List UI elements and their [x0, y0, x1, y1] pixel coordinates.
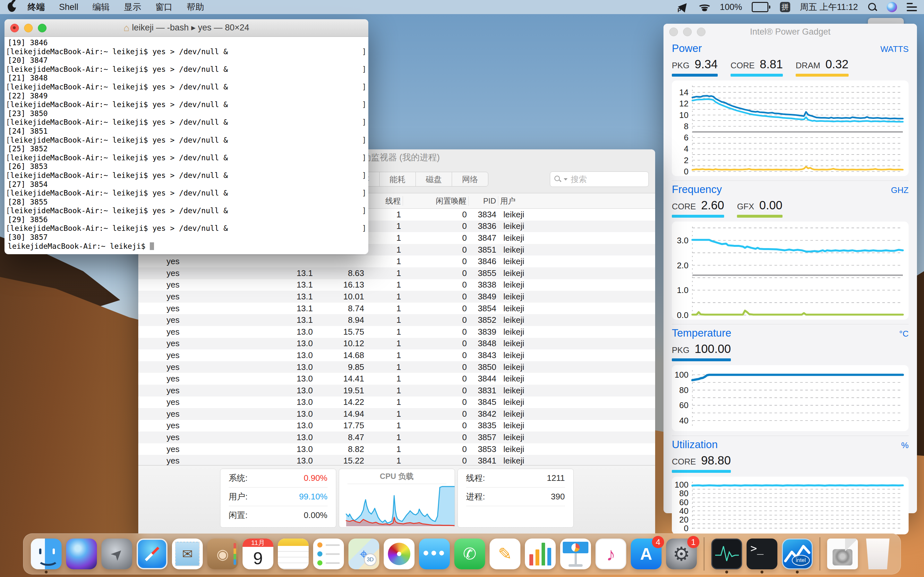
- siri-icon: [66, 538, 97, 569]
- prompt-mark: [: [6, 136, 10, 144]
- menu-item-view[interactable]: 显示: [117, 0, 148, 14]
- apple-menu-icon[interactable]: [8, 2, 16, 12]
- threads-processes-box: 线程:1211 进程:390: [457, 469, 573, 528]
- terminal-job-line: [25] 3852: [8, 145, 367, 153]
- svg-text:40: 40: [679, 506, 688, 516]
- dock-item-launchpad[interactable]: ➤: [102, 538, 132, 569]
- dock-item-appstore[interactable]: A4: [631, 538, 662, 569]
- siri-menu-icon[interactable]: [887, 2, 897, 12]
- metric-value: 2.60: [701, 199, 724, 212]
- terminal-command-line: [leikejideMacBook-Air:~ leikeji$ yes > /…: [8, 47, 367, 56]
- dock-item-messages[interactable]: ●●●: [419, 538, 450, 569]
- cell-idle-wakeups: 0: [403, 221, 469, 231]
- cell-cpu-time: 19.51: [315, 386, 366, 396]
- cell-idle-wakeups: 0: [403, 303, 469, 314]
- table-row[interactable]: yes13.019.51103831leikeji: [138, 385, 655, 396]
- cell-idle-wakeups: 0: [403, 268, 469, 278]
- dock-item-pages[interactable]: ✎: [489, 538, 520, 569]
- table-row[interactable]: yes13.18.63103855leikeji: [138, 268, 655, 279]
- table-row[interactable]: yes13.09.85103850leikeji: [138, 361, 655, 373]
- menu-clock[interactable]: 周五 上午11:12: [800, 1, 858, 13]
- table-row[interactable]: yes13.110.01103849leikeji: [138, 291, 655, 303]
- dock-item-numbers[interactable]: [525, 538, 556, 569]
- svg-text:100: 100: [675, 480, 688, 490]
- dock-item-activity-monitor[interactable]: [711, 538, 742, 569]
- terminal-job-line: [19] 3846: [8, 39, 367, 47]
- dock-item-notes[interactable]: [278, 538, 309, 569]
- table-row[interactable]: yes13.014.22103845leikeji: [138, 396, 655, 408]
- terminal-job-line: [21] 3848: [8, 74, 367, 83]
- table-row[interactable]: yes13.18.74103854leikeji: [138, 303, 655, 314]
- terminal-command-line: [leikejideMacBook-Air:~ leikeji$ yes > /…: [8, 153, 367, 163]
- table-row[interactable]: yes13.08.82103853leikeji: [138, 443, 655, 455]
- table-row[interactable]: yes13.015.75103839leikeji: [138, 326, 655, 338]
- menu-bar: 终端 Shell 编辑 显示 窗口 帮助 P 100% 拼 周五 上午11:12: [0, 0, 924, 14]
- tab-能耗[interactable]: 能耗: [380, 172, 416, 186]
- dock-item-sysprefs[interactable]: ⚙1: [666, 538, 697, 569]
- dock-item-facetime[interactable]: ✆: [454, 538, 485, 569]
- column-user[interactable]: 用户: [498, 196, 655, 206]
- table-row[interactable]: yes13.014.68103843leikeji: [138, 350, 655, 361]
- cell-user: leikeji: [498, 374, 655, 384]
- dock-item-itunes[interactable]: ♪: [596, 538, 626, 569]
- menu-item-edit[interactable]: 编辑: [86, 0, 117, 14]
- cell-idle-wakeups: 0: [403, 280, 469, 290]
- table-row[interactable]: yes13.010.12103848leikeji: [138, 338, 655, 350]
- table-row[interactable]: yes103846leikeji: [138, 255, 655, 268]
- notification-badge: 1: [687, 536, 699, 548]
- dock: ➤✉◉11月9⌖●●●✆✎♪A4⚙1>_intel: [23, 533, 901, 574]
- cell-user: leikeji: [498, 280, 655, 290]
- table-row[interactable]: yes13.014.41103844leikeji: [138, 373, 655, 385]
- table-row[interactable]: yes13.08.47103857leikeji: [138, 432, 655, 443]
- tab-网络[interactable]: 网络: [452, 172, 488, 186]
- prompt-mark: ]: [362, 83, 367, 92]
- dock-item-photos[interactable]: [384, 538, 415, 569]
- dock-item-reminders[interactable]: [313, 538, 344, 569]
- notes-icon: [278, 538, 309, 569]
- prompt-mark: [: [6, 118, 10, 126]
- utilization-chart: 020406080100: [672, 477, 909, 534]
- column-pid[interactable]: PID: [469, 196, 498, 206]
- search-field[interactable]: 搜索: [550, 171, 649, 187]
- dock-item-trash[interactable]: [863, 538, 893, 569]
- power-gadget-titlebar[interactable]: Intel® Power Gadget: [664, 24, 917, 40]
- table-row[interactable]: yes13.18.94103852leikeji: [138, 314, 655, 326]
- input-method-icon[interactable]: 拼: [780, 2, 790, 12]
- table-row[interactable]: yes13.014.94103842leikeji: [138, 408, 655, 420]
- numbers-icon: [525, 538, 556, 569]
- dock-item-maps[interactable]: ⌖: [349, 538, 379, 569]
- terminal-command-line: [leikejideMacBook-Air:~ leikeji$ yes > /…: [8, 83, 367, 92]
- table-row[interactable]: yes13.017.75103835leikeji: [138, 420, 655, 432]
- terminal-job-line: [28] 3855: [8, 198, 367, 207]
- terminal-command-line: [leikejideMacBook-Air:~ leikeji$ yes > /…: [8, 100, 367, 109]
- dock-item-contacts[interactable]: ◉: [207, 538, 238, 569]
- battery-icon[interactable]: [752, 2, 771, 12]
- cell-cpu: 13.0: [279, 409, 315, 419]
- dock-item-keynote[interactable]: [560, 538, 591, 569]
- dock-item-siri[interactable]: [66, 538, 97, 569]
- terminal-content[interactable]: [19] 3846[leikejideMacBook-Air:~ leikeji…: [5, 37, 368, 251]
- column-threads[interactable]: 线程: [366, 196, 403, 206]
- dock-item-terminal[interactable]: >_: [746, 538, 777, 569]
- dock-item-mail[interactable]: ✉: [172, 538, 203, 569]
- dock-item-power-gadget[interactable]: intel: [782, 538, 813, 569]
- terminal-titlebar[interactable]: ⌂leikeji — -bash ▸ yes — 80×24: [5, 19, 368, 37]
- menu-item-window[interactable]: 窗口: [148, 0, 180, 14]
- table-row[interactable]: yes13.116.13103838leikeji: [138, 279, 655, 291]
- dock-item-finder[interactable]: [31, 538, 61, 569]
- dock-separator: [819, 537, 821, 571]
- spotlight-search-icon[interactable]: [867, 2, 877, 12]
- wifi-icon[interactable]: [699, 3, 710, 11]
- dock-item-dmg[interactable]: [827, 538, 858, 569]
- location-status-icon[interactable]: P: [678, 2, 689, 13]
- menu-item-help[interactable]: 帮助: [180, 0, 211, 14]
- column-idle-wakeups[interactable]: 闲置唤醒: [403, 196, 469, 206]
- threads-value: 1211: [547, 473, 565, 483]
- dock-item-calendar[interactable]: 11月9: [242, 538, 273, 569]
- tab-磁盘[interactable]: 磁盘: [416, 172, 452, 186]
- dock-item-safari[interactable]: [137, 538, 168, 569]
- menu-app-name[interactable]: 终端: [21, 0, 52, 14]
- cell-cpu-time: 8.94: [315, 315, 366, 325]
- notification-center-icon[interactable]: [907, 3, 917, 11]
- menu-item-shell[interactable]: Shell: [52, 0, 86, 14]
